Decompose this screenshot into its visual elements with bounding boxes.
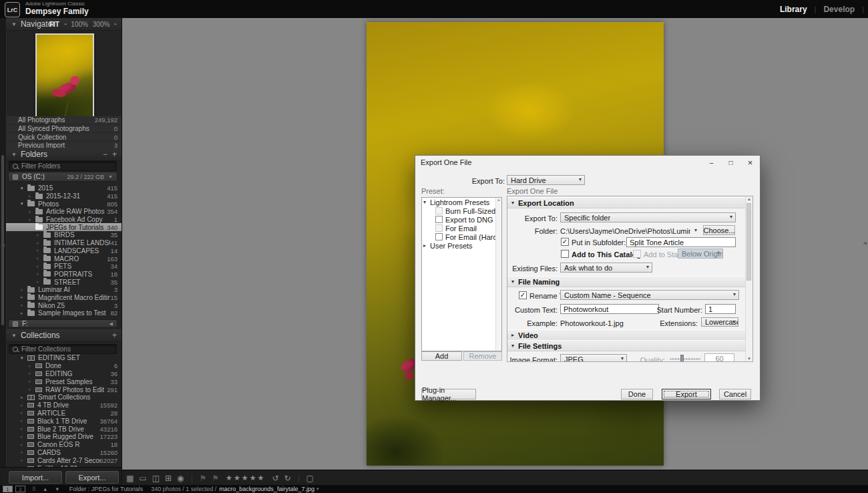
collection-row[interactable]: Done6 <box>6 362 122 370</box>
minimize-button[interactable]: – <box>702 156 721 169</box>
collection-row[interactable]: EDITING SET <box>6 354 122 362</box>
module-tab-library[interactable]: Library <box>773 5 815 14</box>
scroll-down-icon[interactable]: ▼ <box>746 357 752 361</box>
people-view-icon[interactable]: ◉ <box>177 474 184 482</box>
panel-collapse-icon[interactable]: ▼ <box>11 333 17 339</box>
export-button[interactable]: Export... <box>65 470 120 484</box>
import-button[interactable]: Import... <box>8 470 63 484</box>
zoom-prev-icon[interactable]: ◂ <box>64 21 67 27</box>
collapse-right-panel-icon[interactable]: ◀ <box>863 240 867 246</box>
add-collection-icon[interactable]: + <box>112 332 117 339</box>
collection-row[interactable]: ARTICLE28 <box>6 409 122 418</box>
survey-view-icon[interactable]: ⊞ <box>165 474 172 482</box>
volume-collapse-icon[interactable]: ▼ <box>108 174 113 179</box>
preset-group-user-presets[interactable]: ▸User Presets <box>422 241 501 250</box>
folder-row[interactable]: MACRO163 <box>6 255 122 263</box>
existing-files-dropdown[interactable]: Ask what to do ▾ <box>560 263 652 273</box>
folder-row[interactable]: PETS34 <box>6 263 122 271</box>
location-export-to-dropdown[interactable]: Specific folder ▾ <box>560 212 736 222</box>
collection-row[interactable]: CARDS15260 <box>6 449 122 457</box>
collection-row[interactable]: Blue Rugged Drive17223 <box>6 433 122 441</box>
loupe-view-icon[interactable]: ▭ <box>139 474 146 482</box>
folder-row[interactable]: Sample Images to Test82 <box>6 309 122 317</box>
preset-checkbox[interactable] <box>435 224 443 232</box>
zoom-100-button[interactable]: 100% <box>71 21 88 28</box>
quality-input[interactable]: 60 <box>704 353 734 362</box>
close-button[interactable]: × <box>740 156 760 169</box>
preset-remove-button[interactable]: Remove <box>463 351 502 361</box>
scroll-up-icon[interactable]: ▲ <box>746 197 752 201</box>
preset-group-lightroom-presets[interactable]: ▾Lightroom Presets <box>422 198 501 206</box>
collection-row[interactable]: Canon EOS R18 <box>6 441 122 449</box>
chevron-down-icon[interactable]: ▾ <box>316 486 319 492</box>
remove-folder-icon[interactable]: − <box>103 151 107 158</box>
folder-row[interactable]: PORTRAITS18 <box>6 271 122 279</box>
folders-header[interactable]: ▼ Folders − + <box>6 148 122 161</box>
section-video[interactable]: ▸ Video <box>507 329 746 341</box>
folder-row[interactable]: JPEGs for Tutorials340 <box>6 223 122 231</box>
folder-history-icon[interactable]: ▾ <box>694 227 697 233</box>
expand-closed-icon[interactable] <box>21 311 27 316</box>
collection-row[interactable]: Smart Collections <box>6 393 122 401</box>
choose-folder-button[interactable]: Choose... <box>703 225 735 235</box>
add-folder-icon[interactable]: + <box>112 151 117 158</box>
collection-row[interactable]: Preset Samples33 <box>6 377 122 385</box>
flag-reject-icon[interactable]: ⚑ <box>212 474 219 482</box>
flag-pick-icon[interactable]: ⚑ <box>200 474 207 482</box>
custom-text-input[interactable]: Photoworkout <box>560 304 659 314</box>
export-to-dropdown[interactable]: Hard Drive ▾ <box>507 175 585 185</box>
folder-row[interactable]: Facebook Ad Copy1 <box>6 216 122 224</box>
expand-open-icon[interactable] <box>21 186 27 191</box>
dialog-titlebar[interactable]: Export One File – □ × <box>415 156 760 169</box>
scroll-up-icon[interactable]: ▲ <box>497 198 501 202</box>
folder-row[interactable]: Nikon Z53 <box>6 301 122 309</box>
add-to-catalog-checkbox[interactable] <box>561 250 569 258</box>
preset-item[interactable]: For Email (Hard Drive) <box>422 232 501 241</box>
grid-filmstrip-icon[interactable]: ⠿ <box>32 486 36 492</box>
rotate-right-icon[interactable]: ↻ <box>284 474 290 482</box>
section-export-location[interactable]: ▾ Export Location <box>507 197 746 208</box>
maximize-button[interactable]: □ <box>721 156 740 169</box>
section-expand-icon[interactable]: ▸ <box>511 332 518 338</box>
left-panel-scrollbar[interactable] <box>1 155 4 325</box>
cancel-button[interactable]: Cancel <box>719 389 751 399</box>
start-number-input[interactable]: 1 <box>705 304 736 314</box>
second-window-icon[interactable]: 2 <box>15 486 25 492</box>
quality-slider[interactable] <box>670 358 700 360</box>
collection-row[interactable]: 4 TB Drive15592 <box>6 401 122 409</box>
folder-row[interactable]: Photos805 <box>6 200 122 208</box>
catalog-item[interactable]: All Synced Photographs0 <box>6 125 122 134</box>
zoom-300-button[interactable]: 300% <box>93 21 110 28</box>
catalog-item[interactable]: Quick Collection0 <box>6 133 122 142</box>
expand-open-icon[interactable] <box>29 224 35 230</box>
zoom-next-icon[interactable]: ▸ <box>114 21 117 27</box>
expand-open-icon[interactable] <box>21 355 27 361</box>
volume-expand-icon[interactable]: ◀ <box>110 321 113 327</box>
section-collapse-icon[interactable]: ▾ <box>511 343 518 349</box>
scrollbar-thumb[interactable] <box>746 203 751 281</box>
navigate-frame-icon[interactable]: ▢ <box>306 474 314 482</box>
plugin-manager-button[interactable]: Plug-in Manager... <box>421 389 476 399</box>
expand-open-icon[interactable]: ▾ <box>422 199 427 205</box>
folder-row[interactable]: Article RAW Photos354 <box>6 208 122 216</box>
volume-bar-c[interactable]: OS (C:) 29.2 / 222 GB ▼ <box>8 172 118 182</box>
extensions-dropdown[interactable]: Lowercase ▾ <box>701 317 738 327</box>
zoom-fit-button[interactable]: FIT <box>49 21 59 28</box>
folder-row[interactable]: 2015415 <box>6 184 122 192</box>
go-back-icon[interactable]: ▲ <box>43 486 48 492</box>
folder-row[interactable]: Luminar AI3 <box>6 286 122 294</box>
filmstrip-source-label[interactable]: Folder : JPEGs for Tutorials <box>69 486 144 492</box>
expand-closed-icon[interactable] <box>21 395 27 400</box>
quality-slider-thumb[interactable] <box>680 355 684 362</box>
expand-closed-icon[interactable]: ▸ <box>422 242 427 249</box>
star-rating[interactable]: ★★★★★ <box>226 474 265 482</box>
collections-header[interactable]: ▼ Collections + <box>6 329 122 342</box>
panel-collapse-icon[interactable]: ▼ <box>11 152 17 158</box>
compare-view-icon[interactable]: ◫ <box>152 474 160 482</box>
collection-row[interactable]: Black 1 TB Drive38764 <box>6 417 122 425</box>
grid-view-icon[interactable]: ▦ <box>126 474 134 482</box>
rename-template-dropdown[interactable]: Custom Name - Sequence ▾ <box>560 290 739 300</box>
collection-row[interactable]: Blue 2 TB Drive43216 <box>6 425 122 433</box>
preset-list-scrollbar[interactable]: ▲ <box>495 198 501 351</box>
main-window-icon[interactable]: 1 <box>3 486 13 492</box>
